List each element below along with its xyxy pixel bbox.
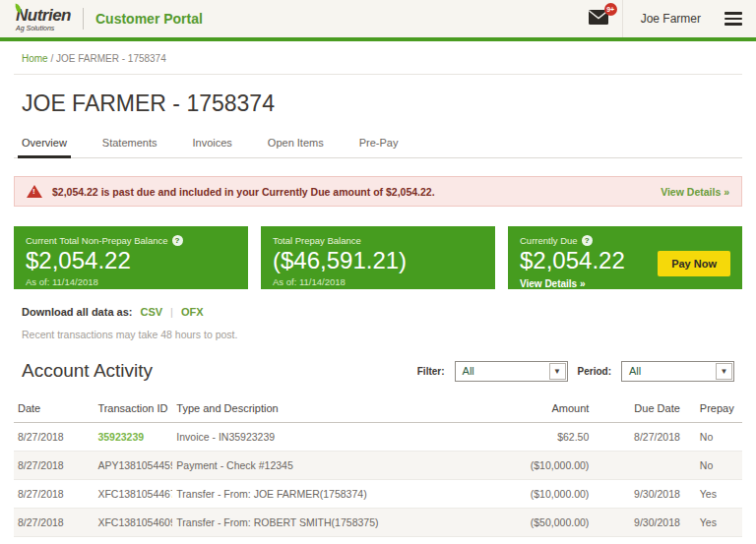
cell-date: 8/27/2018 bbox=[14, 509, 94, 537]
cell-description: Invoice - IN35923239 bbox=[172, 423, 458, 452]
warning-icon bbox=[27, 185, 42, 198]
brand-name: Nutrien bbox=[16, 7, 71, 24]
chevron-down-icon: ▼ bbox=[716, 363, 732, 380]
cell-due-date: 8/27/2018 bbox=[593, 423, 684, 452]
card-amount: ($46,591.21) bbox=[273, 248, 483, 273]
table-row: 8/27/2018 APY1381054459 Payment - Check … bbox=[14, 452, 742, 480]
tab-pre-pay[interactable]: Pre-Pay bbox=[359, 131, 399, 157]
table-row: 8/27/2018 XFC1381054467 Transfer - From:… bbox=[14, 480, 742, 509]
col-header-description: Type and Description bbox=[172, 394, 458, 423]
user-menu[interactable]: Joe Farmer bbox=[641, 12, 701, 26]
balance-cards: Current Total Non-Prepay Balance? $2,054… bbox=[14, 226, 742, 289]
table-row: 8/27/2018 35923239 Invoice - IN35923239 … bbox=[14, 423, 742, 452]
cell-date: 8/27/2018 bbox=[14, 423, 94, 452]
filter-label: Filter: bbox=[417, 366, 445, 377]
cell-prepay: Yes bbox=[684, 480, 742, 509]
alert-view-details-link[interactable]: View Details » bbox=[661, 186, 729, 198]
cell-transaction-id: XFC1381054609 bbox=[94, 509, 172, 537]
account-activity-header: Account Activity Filter: All ▼ Period: A… bbox=[14, 360, 742, 382]
posting-note: Recent transactions may take 48 hours to… bbox=[14, 329, 742, 340]
card-amount: $2,054.22 bbox=[26, 248, 236, 273]
cell-due-date: 9/30/2018 bbox=[593, 480, 684, 509]
card-view-details-link[interactable]: View Details » bbox=[520, 278, 586, 289]
cell-date: 8/27/2018 bbox=[14, 480, 94, 509]
card-as-of: As of: 11/14/2018 bbox=[26, 276, 236, 287]
download-label: Download all data as: bbox=[22, 306, 132, 318]
period-label: Period: bbox=[578, 366, 611, 377]
card-title: Total Prepay Balance bbox=[273, 235, 361, 246]
account-activity-title: Account Activity bbox=[22, 360, 153, 382]
cell-prepay: No bbox=[684, 423, 742, 452]
cell-amount: ($50,000.00) bbox=[458, 509, 593, 537]
cell-description: Transfer - From: JOE FARMER(1758374) bbox=[172, 480, 458, 509]
period-select[interactable]: All ▼ bbox=[621, 361, 734, 382]
notification-badge: 9+ bbox=[604, 3, 617, 16]
top-header: Nutrien Ag Solutions Customer Portal 9+ … bbox=[0, 0, 756, 37]
pay-now-button[interactable]: Pay Now bbox=[658, 251, 730, 276]
col-header-due-date: Due Date bbox=[593, 394, 684, 423]
customer-portal-page: Nutrien Ag Solutions Customer Portal 9+ … bbox=[0, 0, 756, 544]
cell-description: Payment - Check #12345 bbox=[172, 452, 458, 480]
alert-message: $2,054.22 is past due and included in yo… bbox=[52, 186, 435, 198]
card-prepay-balance: Total Prepay Balance ($46,591.21) As of:… bbox=[261, 226, 495, 289]
past-due-alert: $2,054.22 is past due and included in yo… bbox=[14, 176, 742, 207]
card-title: Current Total Non-Prepay Balance bbox=[26, 235, 168, 246]
download-divider: | bbox=[170, 306, 173, 318]
cell-due-date bbox=[593, 452, 684, 480]
download-row: Download all data as: CSV | OFX bbox=[14, 306, 742, 318]
download-csv-link[interactable]: CSV bbox=[140, 306, 162, 318]
filter-selected-value: All bbox=[463, 365, 474, 377]
cell-prepay: Yes bbox=[684, 509, 742, 537]
card-title: Currently Due bbox=[520, 235, 578, 246]
card-non-prepay-balance: Current Total Non-Prepay Balance? $2,054… bbox=[14, 226, 248, 289]
cell-amount: ($10,000.00) bbox=[458, 452, 593, 480]
messages-button[interactable]: 9+ bbox=[589, 10, 608, 29]
breadcrumb-current: JOE FARMER - 1758374 bbox=[56, 53, 166, 64]
tab-invoices[interactable]: Invoices bbox=[192, 131, 231, 157]
cell-amount: ($10,000.00) bbox=[458, 480, 593, 509]
tab-bar: Overview Statements Invoices Open Items … bbox=[14, 131, 742, 158]
cell-due-date: 9/30/2018 bbox=[593, 509, 684, 537]
table-row: 8/27/2018 XFC1381054609 Transfer - From:… bbox=[14, 509, 742, 537]
card-as-of: As of: 11/14/2018 bbox=[273, 276, 483, 287]
filter-select[interactable]: All ▼ bbox=[455, 361, 568, 382]
period-selected-value: All bbox=[629, 365, 641, 377]
cell-transaction-id: APY1381054459 bbox=[94, 452, 172, 480]
help-icon[interactable]: ? bbox=[582, 235, 593, 246]
cell-date: 8/27/2018 bbox=[14, 452, 94, 480]
cell-description: Transfer - From: ROBERT SMITH(1758375) bbox=[172, 509, 458, 537]
header-divider bbox=[622, 0, 623, 37]
table-header-row: Date Transaction ID Type and Description… bbox=[14, 394, 742, 423]
header-divider bbox=[83, 8, 84, 30]
col-header-amount: Amount bbox=[458, 394, 593, 423]
breadcrumb-separator: / bbox=[48, 53, 56, 64]
col-header-transaction-id: Transaction ID bbox=[94, 394, 172, 423]
breadcrumb-home-link[interactable]: Home bbox=[22, 53, 48, 64]
breadcrumb: Home / JOE FARMER - 1758374 bbox=[14, 41, 742, 75]
nutrien-logo[interactable]: Nutrien Ag Solutions bbox=[14, 7, 71, 31]
cell-prepay: No bbox=[684, 452, 742, 480]
tab-statements[interactable]: Statements bbox=[102, 131, 158, 157]
portal-title: Customer Portal bbox=[95, 11, 203, 27]
cell-amount: $62.50 bbox=[458, 423, 593, 452]
card-currently-due: Currently Due? $2,054.22 View Details » … bbox=[508, 226, 742, 289]
brand-tagline: Ag Solutions bbox=[16, 25, 71, 31]
col-header-prepay: Prepay bbox=[684, 394, 742, 423]
cell-transaction-id: XFC1381054467 bbox=[94, 480, 172, 509]
help-icon[interactable]: ? bbox=[172, 235, 183, 246]
hamburger-menu-icon[interactable] bbox=[724, 12, 742, 26]
tab-overview[interactable]: Overview bbox=[22, 131, 67, 157]
col-header-date: Date bbox=[14, 394, 94, 423]
transaction-id-link[interactable]: 35923239 bbox=[97, 431, 144, 443]
page-title: JOE FARMER - 1758374 bbox=[14, 75, 742, 131]
download-ofx-link[interactable]: OFX bbox=[181, 306, 204, 318]
tab-open-items[interactable]: Open Items bbox=[268, 131, 324, 157]
chevron-down-icon: ▼ bbox=[549, 363, 566, 380]
account-activity-table: Date Transaction ID Type and Description… bbox=[14, 394, 742, 537]
